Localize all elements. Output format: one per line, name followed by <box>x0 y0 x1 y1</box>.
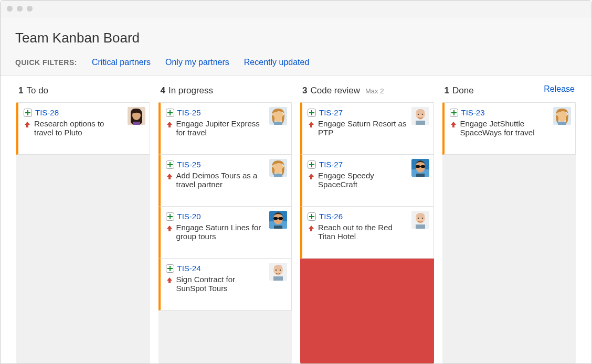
column-body[interactable]: TIS-23Engage JetShuttle SpaceWays for tr… <box>442 102 576 363</box>
assignee-avatar[interactable] <box>411 159 429 177</box>
column-count: 1 <box>18 85 23 96</box>
column-body[interactable]: TIS-27Engage Saturn Resort as PTPTIS-27E… <box>300 102 434 363</box>
quick-filters-bar: QUICK FILTERS: Critical partners Only my… <box>15 58 577 67</box>
issue-card[interactable]: TIS-20Engage Saturn Lines for group tour… <box>158 206 292 259</box>
card-body: Engage Speedy SpaceCraft <box>308 171 428 189</box>
column-body[interactable]: TIS-28Research options to travel to Plut… <box>16 102 150 363</box>
app-window: Team Kanban Board QUICK FILTERS: Critica… <box>0 0 592 364</box>
kanban-board: Release 1To doTIS-28Research options to … <box>1 76 591 363</box>
column-header: 4In progress <box>158 85 292 96</box>
column-header: 1To do <box>16 85 150 96</box>
issue-summary: Engage Jupiter Express for travel <box>176 119 266 137</box>
card-body: Engage JetShuttle SpaceWays for travel <box>450 119 570 137</box>
issue-card[interactable]: TIS-25Engage Jupiter Express for travel <box>158 102 292 155</box>
issue-card[interactable]: TIS-23Engage JetShuttle SpaceWays for tr… <box>442 102 576 155</box>
issue-card[interactable]: TIS-26Reach out to the Red Titan Hotel <box>300 206 434 259</box>
assignee-avatar[interactable] <box>553 107 571 125</box>
priority-up-icon <box>450 121 457 128</box>
window-titlebar <box>1 1 591 17</box>
issue-summary: Engage Saturn Lines for group tours <box>176 223 266 241</box>
column-name: In progress <box>168 85 213 96</box>
issue-summary: Add Deimos Tours as a travel partner <box>176 171 266 189</box>
card-body: Reach out to the Red Titan Hotel <box>308 223 428 241</box>
quick-filters-label: QUICK FILTERS: <box>15 58 77 67</box>
priority-up-icon <box>166 224 173 232</box>
column-body[interactable]: TIS-25Engage Jupiter Express for travelT… <box>158 102 292 363</box>
issue-key[interactable]: TIS-27 <box>319 160 343 169</box>
priority-up-icon <box>166 276 173 284</box>
filter-critical-partners[interactable]: Critical partners <box>92 58 151 67</box>
issue-card[interactable]: TIS-25Add Deimos Tours as a travel partn… <box>158 154 292 207</box>
card-header: TIS-25 <box>166 160 287 169</box>
column-header: 3Code reviewMax 2 <box>300 85 434 96</box>
column-name: To do <box>26 85 48 96</box>
issue-type-icon <box>308 212 316 221</box>
assignee-avatar[interactable] <box>269 263 287 281</box>
assignee-avatar[interactable] <box>269 107 287 125</box>
issue-key[interactable]: TIS-23 <box>461 108 485 117</box>
issue-key[interactable]: TIS-27 <box>319 108 343 117</box>
board-header: Team Kanban Board QUICK FILTERS: Critica… <box>1 17 591 76</box>
issue-type-icon <box>24 109 32 117</box>
issue-summary: Sign Contract for SunSpot Tours <box>176 275 266 293</box>
issue-type-icon <box>166 212 174 221</box>
issue-key[interactable]: TIS-25 <box>177 160 201 169</box>
column-count: 1 <box>445 85 449 96</box>
column-count: 3 <box>302 85 307 96</box>
card-body: Research options to travel to Pluto <box>24 119 144 137</box>
card-header: TIS-24 <box>166 264 287 273</box>
issue-key[interactable]: TIS-24 <box>177 264 201 273</box>
priority-up-icon <box>166 121 173 128</box>
window-controls <box>7 6 33 12</box>
column-name: Code review <box>310 85 360 96</box>
issue-key[interactable]: TIS-26 <box>319 212 343 221</box>
assignee-avatar[interactable] <box>269 211 287 229</box>
priority-up-icon <box>166 173 173 180</box>
issue-type-icon <box>308 160 316 169</box>
priority-up-icon <box>308 173 315 180</box>
issue-key[interactable]: TIS-25 <box>177 108 201 117</box>
issue-summary: Engage Speedy SpaceCraft <box>318 171 407 189</box>
filter-recently-updated[interactable]: Recently updated <box>244 58 310 67</box>
issue-card[interactable]: TIS-27Engage Saturn Resort as PTP <box>300 102 434 155</box>
column: 1DoneTIS-23Engage JetShuttle SpaceWays f… <box>438 85 580 363</box>
card-header: TIS-23 <box>450 108 570 117</box>
card-body: Sign Contract for SunSpot Tours <box>166 275 287 293</box>
issue-type-icon <box>166 160 174 169</box>
card-body: Engage Saturn Lines for group tours <box>166 223 287 241</box>
column: 3Code reviewMax 2TIS-27Engage Saturn Res… <box>296 85 438 363</box>
issue-type-icon <box>166 109 174 117</box>
card-header: TIS-20 <box>166 212 287 221</box>
column: 1To doTIS-28Research options to travel t… <box>12 85 154 363</box>
priority-up-icon <box>24 121 31 128</box>
card-header: TIS-27 <box>308 160 428 169</box>
issue-card[interactable]: TIS-27Engage Speedy SpaceCraft <box>300 154 434 207</box>
issue-summary: Engage JetShuttle SpaceWays for travel <box>460 119 549 137</box>
issue-type-icon <box>450 109 458 117</box>
issue-card[interactable]: TIS-24Sign Contract for SunSpot Tours <box>158 258 292 311</box>
assignee-avatar[interactable] <box>128 107 145 125</box>
column-count: 4 <box>161 85 165 96</box>
close-dot[interactable] <box>7 6 13 12</box>
card-body: Add Deimos Tours as a travel partner <box>166 171 287 189</box>
card-header: TIS-25 <box>166 108 287 117</box>
issue-type-icon <box>308 109 316 117</box>
assignee-avatar[interactable] <box>411 107 429 125</box>
card-header: TIS-26 <box>308 212 428 221</box>
release-link[interactable]: Release <box>544 84 575 94</box>
column-name: Done <box>452 85 474 96</box>
board-title: Team Kanban Board <box>15 30 577 46</box>
issue-key[interactable]: TIS-20 <box>177 212 201 221</box>
zoom-dot[interactable] <box>27 6 33 12</box>
card-header: TIS-27 <box>308 108 428 117</box>
issue-type-icon <box>166 264 174 273</box>
issue-card[interactable]: TIS-28Research options to travel to Plut… <box>16 102 150 155</box>
assignee-avatar[interactable] <box>411 211 429 229</box>
filter-only-my-partners[interactable]: Only my partners <box>165 58 229 67</box>
minimize-dot[interactable] <box>17 6 23 12</box>
issue-summary: Reach out to the Red Titan Hotel <box>318 223 407 241</box>
priority-up-icon <box>308 224 315 232</box>
issue-key[interactable]: TIS-28 <box>35 108 59 117</box>
priority-up-icon <box>308 121 315 128</box>
assignee-avatar[interactable] <box>269 159 287 177</box>
